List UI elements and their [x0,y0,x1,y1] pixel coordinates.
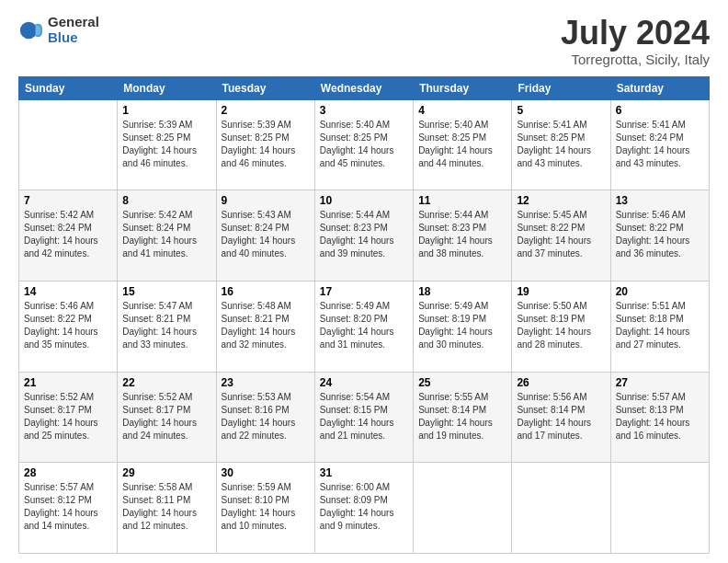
calendar-cell: 14Sunrise: 5:46 AMSunset: 8:22 PMDayligh… [19,281,118,372]
day-number: 11 [418,194,506,207]
day-info: Sunrise: 5:39 AMSunset: 8:25 PMDaylight:… [122,119,210,170]
calendar-cell: 15Sunrise: 5:47 AMSunset: 8:21 PMDayligh… [118,281,216,372]
calendar-cell: 3Sunrise: 5:40 AMSunset: 8:25 PMDaylight… [314,99,413,190]
day-info: Sunrise: 5:57 AMSunset: 8:13 PMDaylight:… [616,391,704,442]
day-number: 30 [222,466,310,479]
day-info: Sunrise: 5:59 AMSunset: 8:10 PMDaylight:… [222,481,310,533]
calendar-cell: 4Sunrise: 5:40 AMSunset: 8:25 PMDaylight… [414,99,512,190]
day-info: Sunrise: 5:51 AMSunset: 8:18 PMDaylight:… [616,300,704,351]
day-number: 16 [222,285,310,298]
calendar-header-row: SundayMondayTuesdayWednesdayThursdayFrid… [19,76,710,99]
day-info: Sunrise: 5:47 AMSunset: 8:21 PMDaylight:… [122,300,210,351]
day-number: 23 [222,376,310,389]
day-number: 2 [222,104,310,117]
day-number: 20 [616,285,704,298]
day-number: 22 [122,376,210,389]
calendar-header-thursday: Thursday [414,76,512,99]
day-number: 29 [122,466,210,479]
header: General Blue July 2024 Torregrotta, Sici… [18,15,710,67]
day-number: 4 [418,104,506,117]
calendar-cell: 31Sunrise: 6:00 AMSunset: 8:09 PMDayligh… [314,463,413,554]
day-info: Sunrise: 5:44 AMSunset: 8:23 PMDaylight:… [418,209,506,260]
calendar-cell: 16Sunrise: 5:48 AMSunset: 8:21 PMDayligh… [216,281,314,372]
calendar-cell: 19Sunrise: 5:50 AMSunset: 8:19 PMDayligh… [512,281,610,372]
day-number: 24 [320,376,408,389]
day-info: Sunrise: 5:41 AMSunset: 8:25 PMDaylight:… [517,119,605,170]
calendar-cell: 12Sunrise: 5:45 AMSunset: 8:22 PMDayligh… [512,190,610,282]
day-number: 25 [418,376,506,389]
calendar-cell [512,463,610,554]
day-info: Sunrise: 5:55 AMSunset: 8:14 PMDaylight:… [418,391,506,442]
calendar-cell: 9Sunrise: 5:43 AMSunset: 8:24 PMDaylight… [216,190,314,282]
day-number: 18 [418,285,506,298]
day-info: Sunrise: 5:40 AMSunset: 8:25 PMDaylight:… [320,119,408,170]
logo-text: General Blue [48,15,99,45]
calendar-week-row: 14Sunrise: 5:46 AMSunset: 8:22 PMDayligh… [19,281,710,372]
calendar-cell: 26Sunrise: 5:56 AMSunset: 8:14 PMDayligh… [512,372,610,463]
day-number: 26 [517,376,605,389]
logo: General Blue [18,15,99,45]
day-number: 5 [517,104,605,117]
calendar-cell: 6Sunrise: 5:41 AMSunset: 8:24 PMDaylight… [610,99,709,190]
day-info: Sunrise: 5:48 AMSunset: 8:21 PMDaylight:… [222,300,310,351]
day-info: Sunrise: 5:39 AMSunset: 8:25 PMDaylight:… [222,119,310,170]
day-info: Sunrise: 5:41 AMSunset: 8:24 PMDaylight:… [616,119,704,170]
calendar-cell: 17Sunrise: 5:49 AMSunset: 8:20 PMDayligh… [314,281,413,372]
day-number: 8 [122,194,210,207]
day-info: Sunrise: 5:58 AMSunset: 8:11 PMDaylight:… [122,481,210,533]
day-number: 14 [24,285,112,298]
day-info: Sunrise: 5:53 AMSunset: 8:16 PMDaylight:… [222,391,310,442]
day-info: Sunrise: 5:46 AMSunset: 8:22 PMDaylight:… [616,209,704,260]
day-number: 15 [122,285,210,298]
calendar-cell: 8Sunrise: 5:42 AMSunset: 8:24 PMDaylight… [118,190,216,282]
calendar-week-row: 28Sunrise: 5:57 AMSunset: 8:12 PMDayligh… [19,463,710,554]
day-number: 28 [24,466,112,479]
title-block: July 2024 Torregrotta, Sicily, Italy [561,15,710,67]
calendar-cell: 5Sunrise: 5:41 AMSunset: 8:25 PMDaylight… [512,99,610,190]
day-info: Sunrise: 5:40 AMSunset: 8:25 PMDaylight:… [418,119,506,170]
calendar-cell: 22Sunrise: 5:52 AMSunset: 8:17 PMDayligh… [118,372,216,463]
day-number: 21 [24,376,112,389]
calendar-cell [414,463,512,554]
main-title: July 2024 [561,15,710,52]
calendar-cell [19,99,118,190]
logo-general: General [48,15,99,30]
calendar-cell: 21Sunrise: 5:52 AMSunset: 8:17 PMDayligh… [19,372,118,463]
day-info: Sunrise: 5:56 AMSunset: 8:14 PMDaylight:… [517,391,605,442]
page: General Blue July 2024 Torregrotta, Sici… [0,0,728,563]
day-number: 6 [616,104,704,117]
day-info: Sunrise: 5:42 AMSunset: 8:24 PMDaylight:… [24,209,112,260]
day-number: 1 [122,104,210,117]
day-info: Sunrise: 5:45 AMSunset: 8:22 PMDaylight:… [517,209,605,260]
day-info: Sunrise: 5:57 AMSunset: 8:12 PMDaylight:… [24,481,112,533]
day-info: Sunrise: 5:44 AMSunset: 8:23 PMDaylight:… [320,209,408,260]
day-info: Sunrise: 5:42 AMSunset: 8:24 PMDaylight:… [122,209,210,260]
calendar-cell: 23Sunrise: 5:53 AMSunset: 8:16 PMDayligh… [216,372,314,463]
calendar-header-tuesday: Tuesday [216,76,314,99]
calendar-cell: 2Sunrise: 5:39 AMSunset: 8:25 PMDaylight… [216,99,314,190]
day-number: 7 [24,194,112,207]
calendar-cell: 27Sunrise: 5:57 AMSunset: 8:13 PMDayligh… [610,372,709,463]
calendar-cell: 13Sunrise: 5:46 AMSunset: 8:22 PMDayligh… [610,190,709,282]
day-number: 13 [616,194,704,207]
day-number: 9 [222,194,310,207]
day-info: Sunrise: 5:52 AMSunset: 8:17 PMDaylight:… [122,391,210,442]
svg-point-0 [20,21,38,39]
calendar-cell: 10Sunrise: 5:44 AMSunset: 8:23 PMDayligh… [314,190,413,282]
calendar-cell [610,463,709,554]
day-info: Sunrise: 5:52 AMSunset: 8:17 PMDaylight:… [24,391,112,442]
day-number: 17 [320,285,408,298]
logo-blue: Blue [48,30,99,46]
calendar-week-row: 7Sunrise: 5:42 AMSunset: 8:24 PMDaylight… [19,190,710,282]
day-number: 27 [616,376,704,389]
calendar-cell: 30Sunrise: 5:59 AMSunset: 8:10 PMDayligh… [216,463,314,554]
day-info: Sunrise: 5:46 AMSunset: 8:22 PMDaylight:… [24,300,112,351]
day-info: Sunrise: 5:50 AMSunset: 8:19 PMDaylight:… [517,300,605,351]
calendar-cell: 7Sunrise: 5:42 AMSunset: 8:24 PMDaylight… [19,190,118,282]
calendar-cell: 18Sunrise: 5:49 AMSunset: 8:19 PMDayligh… [414,281,512,372]
day-info: Sunrise: 5:54 AMSunset: 8:15 PMDaylight:… [320,391,408,442]
day-info: Sunrise: 5:49 AMSunset: 8:19 PMDaylight:… [418,300,506,351]
day-number: 19 [517,285,605,298]
calendar-header-sunday: Sunday [19,76,118,99]
day-number: 31 [320,466,408,479]
